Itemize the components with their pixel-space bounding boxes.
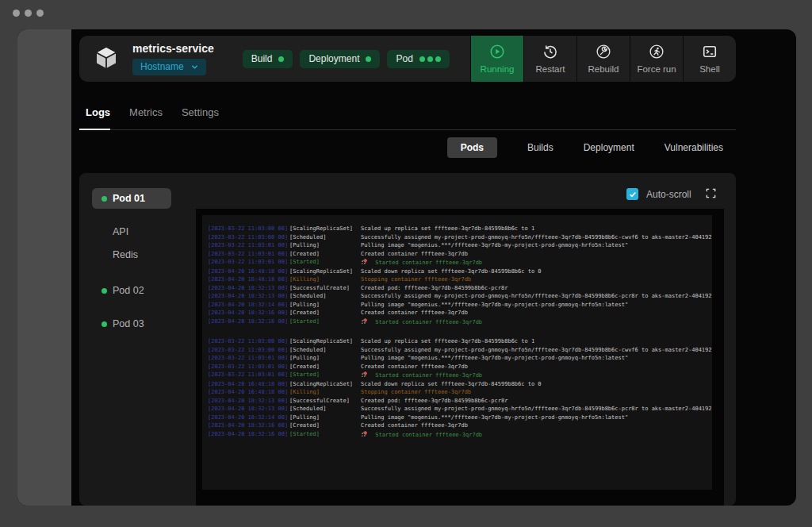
log-block: [2023-03-22 11:03:00 00][ScalingReplicaS…	[208, 337, 712, 439]
log-line: [2023-04-20 18:32:16 00][Started] Starte…	[208, 317, 712, 327]
window-controls[interactable]	[13, 10, 44, 17]
log-event-tag: [ScalingReplicaSet]	[289, 337, 361, 346]
log-timestamp: [2023-03-22 11:03:01 00]	[208, 371, 289, 380]
log-line: [2023-03-22 11:03:01 00][Started] Starte…	[208, 258, 712, 267]
log-line: [2023-04-20 16:48:18 00][Killing]Stoppin…	[208, 275, 712, 284]
tab-metrics[interactable]: Metrics	[129, 98, 163, 129]
sidebar-item-api[interactable]: API	[92, 221, 171, 242]
log-message: Pulling image "mogenius.***/fffteee-3qr7…	[361, 241, 712, 250]
green-dot-icon	[427, 56, 433, 62]
status-badge-build: Build	[243, 50, 293, 68]
log-message: Started container fffteee-3qr7db	[361, 317, 712, 327]
log-timestamp: [2023-04-20 18:32:16 00]	[208, 421, 289, 430]
log-event-tag: [Pulling]	[289, 354, 361, 363]
log-message: Pulling image "mogenius.***/fffteee-3qr7…	[361, 301, 712, 310]
sidebar-item-label: Pod 02	[113, 285, 144, 296]
tab-settings[interactable]: Settings	[182, 98, 219, 129]
log-event-tag: [SuccessfulCreate]	[289, 284, 361, 293]
green-dot-icon	[419, 56, 425, 62]
log-timestamp: [2023-04-20 18:32:16 00]	[208, 430, 289, 440]
force-run-button[interactable]: Force run	[630, 36, 683, 82]
log-message: Stopping container fffteee-3qr7db	[361, 388, 712, 397]
log-line: [2023-04-20 18:32:14 00][Pulling]Pulling…	[208, 414, 712, 422]
auto-scroll-checkbox[interactable]	[626, 188, 638, 200]
running-button[interactable]: Running	[470, 36, 523, 82]
sidebar-item-pod-03[interactable]: Pod 03	[92, 314, 171, 334]
log-message: Created pod: fffteee-3qr7db-84599b8b6c-p…	[361, 397, 712, 406]
view-tab-builds[interactable]: Builds	[527, 142, 553, 153]
view-tab-pods[interactable]: Pods	[447, 137, 497, 158]
green-dot-icon	[278, 56, 284, 62]
view-tabs: PodsBuildsDeploymentVulnerabilities	[447, 137, 723, 158]
log-line: [2023-03-22 11:03:00 00][ScalingReplicaS…	[208, 225, 712, 233]
pod-sidebar: Pod 01APIRedisPod 02Pod 03	[92, 173, 171, 334]
log-event-tag: [Created]	[289, 363, 361, 371]
log-event-tag: [Pulling]	[289, 241, 361, 250]
play-circle-icon	[489, 44, 505, 60]
tab-logs[interactable]: Logs	[79, 98, 110, 130]
log-message: Pulling image "mogenius.***/fffteee-3qr7…	[361, 354, 712, 363]
log-line: [2023-03-22 11:03:01 00][Pulling]Pulling…	[208, 354, 712, 363]
log-event-tag: [Scheduled]	[289, 346, 361, 355]
log-timestamp: [2023-04-20 18:32:14 00]	[208, 414, 289, 422]
log-timestamp: [2023-04-20 16:48:18 00]	[208, 275, 289, 284]
log-timestamp: [2023-04-20 16:48:18 00]	[208, 388, 289, 397]
dot-spacer	[102, 229, 107, 235]
sidebar-item-pod-01[interactable]: Pod 01	[92, 188, 171, 209]
log-line: [2023-04-20 18:32:13 00][Scheduled]Succe…	[208, 405, 712, 414]
log-event-tag: [Started]	[289, 430, 361, 440]
log-event-tag: [Killing]	[289, 388, 361, 397]
log-line: [2023-03-22 11:03:00 00][Scheduled]Succe…	[208, 233, 712, 242]
log-message: Pulling image "mogenius.***/fffteee-3qr7…	[361, 414, 712, 422]
view-tab-deployment[interactable]: Deployment	[584, 142, 634, 153]
main-tabs: LogsMetricsSettings	[79, 98, 736, 130]
log-timestamp: [2023-03-22 11:03:00 00]	[208, 337, 289, 346]
log-event-tag: [Scheduled]	[289, 292, 361, 301]
action-label: Shell	[699, 64, 720, 74]
green-dot-icon	[435, 56, 441, 62]
sidebar-item-redis[interactable]: Redis	[92, 244, 171, 265]
log-message: Successfully assigned my-project-prod-gn…	[361, 405, 712, 414]
hostname-dropdown[interactable]: Hostname	[132, 59, 206, 75]
restart-button[interactable]: Restart	[523, 36, 576, 82]
green-dot-icon	[102, 288, 107, 294]
checkmark-icon	[629, 190, 637, 198]
window-control-dot[interactable]	[25, 10, 32, 17]
log-line: [2023-03-22 11:03:01 00][Created]Created…	[208, 363, 712, 371]
restart-icon	[542, 44, 558, 60]
sidebar-item-pod-02[interactable]: Pod 02	[92, 280, 171, 301]
log-timestamp: [2023-03-22 11:03:01 00]	[208, 250, 289, 259]
window-control-dot[interactable]	[13, 10, 20, 17]
log-message: Stopping container fffteee-3qr7db	[361, 275, 712, 284]
log-message: Successfully assigned my-project-prod-gn…	[361, 233, 712, 242]
window-control-dot[interactable]	[36, 10, 44, 17]
log-message: Started container fffteee-3qr7db	[361, 430, 712, 440]
shell-button[interactable]: Shell	[683, 36, 736, 82]
log-event-tag: [Created]	[289, 421, 361, 430]
log-timestamp: [2023-03-22 11:03:01 00]	[208, 241, 289, 250]
log-timestamp: [2023-03-22 11:03:00 00]	[208, 346, 289, 355]
log-message: Created pod: fffteee-3qr7db-84599b8b6c-p…	[361, 284, 712, 293]
service-header: metrics-service Hostname BuildDeployment…	[79, 36, 736, 82]
status-badge-deployment: Deployment	[300, 50, 380, 68]
view-tab-vulnerabilities[interactable]: Vulnerabilities	[665, 142, 723, 153]
log-timestamp: [2023-04-20 18:32:13 00]	[208, 292, 289, 301]
pods-panel: Pod 01APIRedisPod 02Pod 03 Auto-scroll […	[79, 173, 736, 506]
log-event-tag: [ScalingReplicaSet]	[289, 380, 361, 389]
log-timestamp: [2023-04-20 18:32:14 00]	[208, 301, 289, 310]
log-line: [2023-03-22 11:03:01 00][Pulling]Pulling…	[208, 241, 712, 250]
log-event-tag: [ScalingReplicaSet]	[289, 225, 361, 233]
log-timestamp: [2023-04-20 18:32:16 00]	[208, 317, 289, 327]
sidebar-item-label: Redis	[113, 249, 138, 260]
log-message: Created container fffteee-3qr7db	[361, 421, 712, 430]
log-event-tag: [Pulling]	[289, 301, 361, 310]
auto-scroll-label: Auto-scroll	[646, 189, 691, 200]
log-message: Scaled up replica set fffteee-3qr7db-845…	[361, 337, 712, 346]
auto-scroll-toggle[interactable]: Auto-scroll	[626, 188, 691, 200]
log-output[interactable]: [2023-03-22 11:03:00 00][ScalingReplicaS…	[202, 215, 712, 490]
fullscreen-icon[interactable]	[705, 187, 717, 199]
log-timestamp: [2023-03-22 11:03:01 00]	[208, 363, 289, 371]
log-message: Started container fffteee-3qr7db	[361, 258, 712, 267]
rebuild-button[interactable]: Rebuild	[576, 36, 630, 82]
log-message: Scaled down replica set fffteee-3qr7db-8…	[361, 380, 712, 389]
